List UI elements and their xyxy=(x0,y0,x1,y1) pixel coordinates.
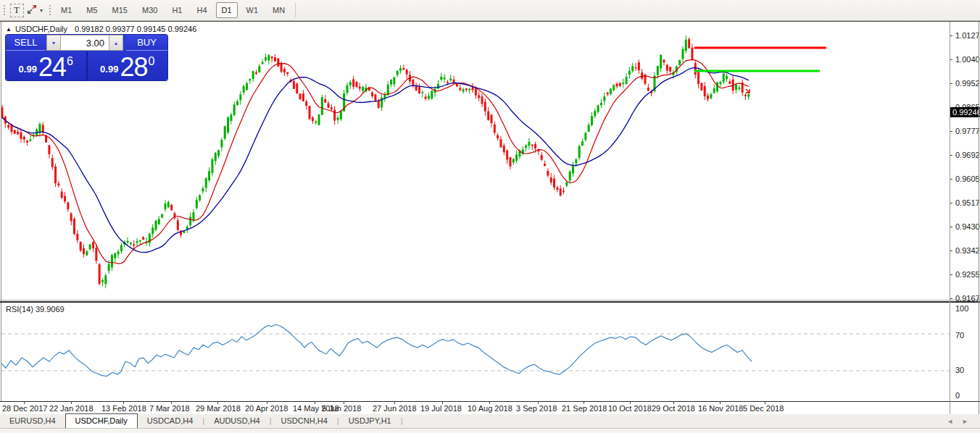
axis-separator xyxy=(950,22,950,414)
date-axis-tick xyxy=(123,401,124,404)
date-axis-label: 16 Nov 2018 xyxy=(698,404,743,413)
date-axis-tick xyxy=(442,401,443,404)
buy-price-pipette: 0 xyxy=(148,56,154,67)
buy-price-display[interactable]: 0.99 28 0 xyxy=(88,51,168,80)
price-axis-label: 0.93425 xyxy=(955,246,980,255)
tab-usdcnh-h4[interactable]: USDCNH,H4 xyxy=(272,414,337,428)
tab-eurusd-h4[interactable]: EURUSD,H4 xyxy=(0,414,65,428)
price-axis-label: 0.96925 xyxy=(955,151,980,159)
volume-stepper: ▾ 3.00 ▴ xyxy=(46,35,123,51)
date-axis-tick xyxy=(720,401,721,404)
tab-separator: | xyxy=(401,414,403,428)
text-tool-button[interactable]: T xyxy=(8,1,25,19)
pane-divider[interactable] xyxy=(0,300,980,300)
rsi-axis-label: 100 xyxy=(955,304,968,313)
buy-price-pips: 28 xyxy=(120,56,147,78)
date-axis-tick xyxy=(315,401,315,404)
date-axis-label: 21 Sep 2018 xyxy=(562,404,607,413)
rsi-axis-label: 30 xyxy=(955,366,964,374)
buy-button[interactable]: BUY xyxy=(126,35,167,51)
date-axis-tick xyxy=(217,401,218,404)
price-axis-label: 0.91675 xyxy=(955,294,980,303)
chart-tab-bar: EURUSD,H4USDCHF,DailyUSDCAD,H4|AUDUSD,H4… xyxy=(0,414,980,429)
status-bar xyxy=(0,429,980,433)
tab-usdcad-h4[interactable]: USDCAD,H4 xyxy=(138,414,203,428)
volume-decrease-button[interactable]: ▾ xyxy=(46,35,61,51)
tab-usdchf-daily[interactable]: USDCHF,Daily xyxy=(65,413,138,428)
date-axis-label: 10 Aug 2018 xyxy=(468,404,512,413)
one-click-trading-panel: SELL ▾ 3.00 ▴ BUY 0.99 24 6 0.99 28 xyxy=(6,35,167,80)
collapse-triangle-icon[interactable]: ▲ xyxy=(6,26,12,33)
tab-scroll-left-icon[interactable]: ◄ xyxy=(942,418,958,425)
timeframe-button-h1[interactable]: H1 xyxy=(166,2,188,18)
date-axis-tick xyxy=(538,401,539,404)
toolbar-grip[interactable] xyxy=(2,4,6,17)
sell-price-display[interactable]: 0.99 24 6 xyxy=(6,51,86,80)
tab-scroll-controls: ◄► xyxy=(942,414,973,428)
rsi-indicator-label: RSI(14) 39.9069 xyxy=(6,305,65,314)
date-axis[interactable]: 28 Dec 201722 Jan 201813 Feb 20187 Mar 2… xyxy=(0,402,950,414)
rsi-axis-label: 70 xyxy=(955,331,964,340)
date-axis-tick xyxy=(344,401,344,404)
volume-field[interactable]: 3.00 xyxy=(61,35,109,51)
trading-platform-window: T ▾ M1M5M15M30H1H4D1W1MN ▲ USDCHF,Daily … xyxy=(0,0,980,433)
toolbar-grip-2[interactable] xyxy=(48,4,51,17)
date-axis-label: 13 Feb 2018 xyxy=(101,404,146,413)
current-price-tag: 0.99246 xyxy=(950,107,980,117)
price-axis-label: 0.94300 xyxy=(955,222,980,231)
price-axis-label: 0.95175 xyxy=(955,198,980,207)
price-axis-label: 1.01275 xyxy=(955,31,980,40)
date-axis-tick xyxy=(673,401,674,404)
tab-audusd-h4[interactable]: AUDUSD,H4 xyxy=(204,414,270,428)
tab-scroll-right-icon[interactable]: ► xyxy=(958,418,973,425)
date-axis-tick xyxy=(24,401,25,404)
price-axis[interactable]: 1.012751.004000.995250.986500.977750.969… xyxy=(950,22,980,279)
arrows-tool-button[interactable]: ▾ xyxy=(25,1,43,19)
sell-arrow-marker xyxy=(746,89,749,93)
chevron-down-icon[interactable]: ▾ xyxy=(40,7,43,14)
date-axis-label: 22 Jan 2018 xyxy=(49,404,94,413)
date-axis-label: 7 Mar 2018 xyxy=(149,404,190,413)
date-axis-label: 10 Oct 2018 xyxy=(608,404,652,413)
date-axis-label: 20 Apr 2018 xyxy=(245,404,288,413)
date-axis-tick xyxy=(489,401,490,404)
sell-price-figure: 0.99 xyxy=(19,64,37,75)
date-axis-label: 19 Jul 2018 xyxy=(420,404,462,413)
timeframe-button-m5[interactable]: M5 xyxy=(80,2,103,18)
timeframe-toolbar: M1M5M15M30H1H4D1W1MN xyxy=(54,2,292,18)
chart-title-symbol: USDCHF,Daily xyxy=(15,25,67,33)
tab-usdjpy-h1[interactable]: USDJPY,H1 xyxy=(339,414,401,428)
timeframe-button-d1[interactable]: D1 xyxy=(216,2,238,18)
date-axis-label: 3 Sep 2018 xyxy=(516,404,557,413)
date-axis-tick xyxy=(171,401,172,404)
volume-increase-button[interactable]: ▴ xyxy=(109,35,123,51)
rsi-axis[interactable]: 10070300 xyxy=(950,303,980,401)
date-axis-label: 5 Jun 2018 xyxy=(322,404,361,413)
sell-price-pipette: 6 xyxy=(67,56,73,67)
timeframe-button-m30[interactable]: M30 xyxy=(136,2,163,18)
rsi-chart-canvas[interactable] xyxy=(1,303,950,401)
price-axis-label: 1.00400 xyxy=(955,55,980,64)
chart-window: ▲ USDCHF,Daily 0.99182 0.99377 0.99145 0… xyxy=(0,21,980,414)
toolbar-separator xyxy=(295,3,296,17)
price-axis-label: 0.99525 xyxy=(955,79,980,88)
rsi-axis-label: 0 xyxy=(955,391,960,400)
sell-price-pips: 24 xyxy=(38,56,66,78)
sell-button[interactable]: SELL xyxy=(6,35,46,51)
timeframe-button-w1[interactable]: W1 xyxy=(241,2,265,18)
price-axis-label: 0.96050 xyxy=(955,175,980,183)
timeframe-button-m1[interactable]: M1 xyxy=(55,2,78,18)
date-axis-tick xyxy=(71,401,72,404)
date-axis-label: 29 Oct 2018 xyxy=(652,404,695,413)
date-axis-tick xyxy=(267,401,267,404)
chart-title-row: ▲ USDCHF,Daily 0.99182 0.99377 0.99145 0… xyxy=(6,24,196,34)
date-axis-tick xyxy=(394,401,395,404)
buy-price-figure: 0.99 xyxy=(100,64,118,75)
date-axis-tick xyxy=(630,401,631,404)
timeframe-button-h4[interactable]: H4 xyxy=(191,2,212,18)
date-axis-label: 5 Dec 2018 xyxy=(743,404,784,413)
timeframe-button-m15[interactable]: M15 xyxy=(107,2,133,18)
timeframe-button-mn[interactable]: MN xyxy=(267,2,291,18)
date-axis-label: 28 Dec 2017 xyxy=(2,404,47,413)
date-axis-label: 29 Mar 2018 xyxy=(196,404,241,413)
